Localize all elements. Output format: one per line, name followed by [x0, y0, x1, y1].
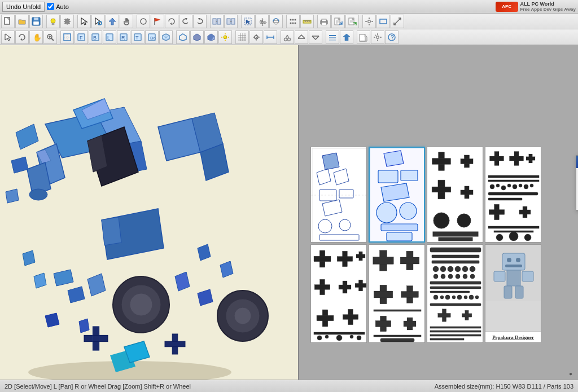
- tb2-grid[interactable]: [235, 30, 249, 44]
- tb2-unfold[interactable]: [309, 30, 322, 44]
- svg-point-204: [434, 213, 449, 228]
- 2d-view[interactable]: Pepakura Designer Animation ✕ Speed Clos…: [299, 45, 578, 380]
- svg-rect-313: [507, 270, 520, 286]
- tb2-left[interactable]: L: [103, 30, 116, 44]
- redo-button[interactable]: [193, 15, 207, 28]
- svg-point-281: [448, 266, 453, 272]
- svg-line-112: [286, 35, 287, 38]
- tb2-right[interactable]: R: [117, 30, 130, 44]
- tb2-zoom[interactable]: [43, 30, 57, 44]
- svg-point-294: [434, 295, 438, 299]
- undo-unfold-button[interactable]: Undo Unfold: [2, 2, 45, 12]
- svg-rect-278: [432, 261, 479, 263]
- dots-button[interactable]: [286, 15, 300, 28]
- flag-button[interactable]: [151, 15, 164, 28]
- svg-marker-143: [16, 124, 38, 149]
- hand-button[interactable]: [120, 15, 133, 28]
- tb2-unflatten[interactable]: [340, 30, 353, 44]
- move-button[interactable]: ⊕: [255, 15, 269, 28]
- svg-marker-24: [246, 20, 250, 24]
- tb2-flatten[interactable]: [326, 30, 339, 44]
- svg-marker-187: [384, 151, 404, 166]
- svg-point-282: [455, 266, 461, 272]
- svg-rect-17: [217, 19, 221, 24]
- undo-button[interactable]: [179, 15, 192, 28]
- auto-checkbox[interactable]: [47, 3, 54, 10]
- tb2-fold[interactable]: [295, 30, 308, 44]
- settings-button[interactable]: [60, 15, 74, 28]
- select2-button[interactable]: [241, 15, 255, 28]
- ruler-button[interactable]: [300, 15, 314, 28]
- tb2-select[interactable]: [1, 30, 15, 44]
- svg-point-300: [469, 295, 474, 299]
- svg-point-289: [463, 274, 467, 279]
- svg-rect-56: [369, 24, 370, 25]
- bulb-button[interactable]: [46, 15, 60, 28]
- svg-rect-293: [430, 291, 470, 293]
- print-button[interactable]: [317, 15, 331, 28]
- svg-point-255: [325, 335, 329, 338]
- rect-button[interactable]: [376, 15, 390, 28]
- svg-point-256: [336, 335, 342, 341]
- svg-rect-207: [439, 237, 472, 241]
- split-button[interactable]: [210, 15, 224, 28]
- svg-rect-203: [461, 190, 473, 195]
- rotate3d-button[interactable]: [269, 15, 283, 28]
- new-button[interactable]: [1, 15, 15, 28]
- tb2-top[interactable]: T: [131, 30, 144, 44]
- tb2-solid[interactable]: [190, 30, 204, 44]
- arrow-button[interactable]: [106, 15, 119, 28]
- tb2-export2[interactable]: [357, 30, 370, 44]
- tb2-settings2[interactable]: [371, 30, 384, 44]
- tb2-wireframe[interactable]: [176, 30, 190, 44]
- svg-marker-163: [198, 289, 213, 306]
- svg-rect-231: [488, 226, 539, 228]
- tb2-fit[interactable]: [60, 30, 74, 44]
- svg-point-298: [457, 295, 462, 299]
- svg-text:Bo: Bo: [150, 36, 156, 41]
- svg-rect-252: [343, 315, 358, 320]
- cursor2-button[interactable]: [91, 15, 105, 28]
- export-button[interactable]: [331, 15, 345, 28]
- svg-point-219: [501, 186, 506, 190]
- gear-button[interactable]: [362, 15, 376, 28]
- svg-rect-2: [34, 17, 38, 20]
- svg-rect-274: [380, 338, 414, 342]
- tb2-snap[interactable]: [249, 30, 263, 44]
- 3d-view[interactable]: [0, 45, 299, 380]
- cursor-button[interactable]: [77, 15, 91, 28]
- merge-button[interactable]: [224, 15, 238, 28]
- rotate-button[interactable]: [165, 15, 178, 28]
- svg-rect-59: [380, 19, 387, 24]
- svg-rect-308: [430, 331, 481, 332]
- svg-marker-160: [45, 313, 59, 327]
- svg-point-283: [462, 266, 468, 272]
- svg-rect-310: [430, 338, 464, 340]
- svg-rect-188: [378, 170, 398, 183]
- tb2-front[interactable]: F: [75, 30, 88, 44]
- svg-point-27: [273, 20, 279, 23]
- open-button[interactable]: [15, 15, 29, 28]
- tb2-measure[interactable]: [264, 30, 277, 44]
- robot-3d-svg: [0, 79, 294, 380]
- tb2-bottom[interactable]: Bo: [145, 30, 159, 44]
- svg-rect-55: [369, 17, 370, 19]
- svg-text:T: T: [135, 35, 139, 41]
- tb2-pan[interactable]: ✋: [29, 30, 43, 44]
- tb2-iso[interactable]: [159, 30, 173, 44]
- tb2-shade[interactable]: [204, 30, 218, 44]
- import-button[interactable]: [345, 15, 359, 28]
- tb2-light[interactable]: [218, 30, 232, 44]
- svg-point-257: [350, 335, 353, 338]
- tb2-rotate[interactable]: [15, 30, 29, 44]
- circle-button[interactable]: [137, 15, 150, 28]
- tb2-cut[interactable]: [281, 30, 294, 44]
- svg-rect-210: [490, 156, 504, 161]
- svg-marker-61: [20, 38, 22, 41]
- tb2-help[interactable]: ?: [385, 30, 399, 44]
- tb2-back[interactable]: B: [89, 30, 102, 44]
- svg-marker-60: [5, 34, 11, 41]
- resize-button[interactable]: [391, 15, 404, 28]
- save-button[interactable]: [29, 15, 43, 28]
- svg-rect-57: [365, 21, 367, 22]
